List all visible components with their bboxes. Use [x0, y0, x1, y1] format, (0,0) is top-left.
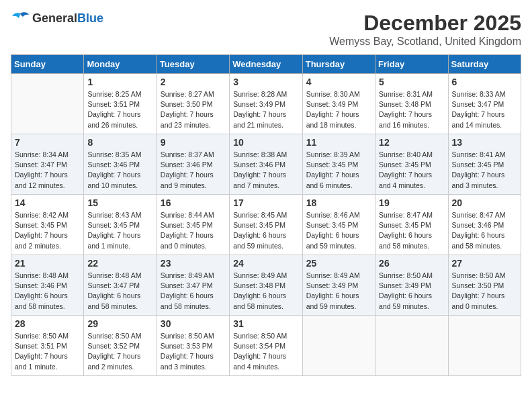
calendar-cell: 2Sunrise: 8:27 AMSunset: 3:50 PMDaylight… — [157, 74, 229, 134]
day-number: 21 — [15, 258, 80, 269]
day-number: 1 — [87, 77, 152, 87]
day-info: Sunrise: 8:47 AMSunset: 3:45 PMDaylight:… — [379, 210, 444, 251]
calendar-cell: 13Sunrise: 8:41 AMSunset: 3:45 PMDayligh… — [448, 134, 521, 195]
day-info: Sunrise: 8:33 AMSunset: 3:47 PMDaylight:… — [452, 89, 517, 130]
day-number: 3 — [233, 77, 298, 87]
calendar-cell: 30Sunrise: 8:50 AMSunset: 3:53 PMDayligh… — [157, 316, 229, 376]
calendar-cell: 29Sunrise: 8:50 AMSunset: 3:52 PMDayligh… — [84, 316, 157, 376]
calendar-cell: 22Sunrise: 8:48 AMSunset: 3:47 PMDayligh… — [84, 255, 157, 316]
day-number: 2 — [161, 77, 226, 87]
day-info: Sunrise: 8:49 AMSunset: 3:48 PMDaylight:… — [233, 271, 298, 312]
day-number: 22 — [87, 258, 152, 269]
day-info: Sunrise: 8:50 AMSunset: 3:50 PMDaylight:… — [452, 271, 517, 312]
title-block: December 2025 Wemyss Bay, Scotland, Unit… — [329, 11, 521, 48]
day-info: Sunrise: 8:42 AMSunset: 3:45 PMDaylight:… — [15, 210, 80, 251]
day-info: Sunrise: 8:27 AMSunset: 3:50 PMDaylight:… — [161, 89, 226, 130]
calendar-week-row: 1Sunrise: 8:25 AMSunset: 3:51 PMDaylight… — [11, 74, 521, 134]
day-number: 23 — [161, 258, 226, 269]
calendar-week-row: 14Sunrise: 8:42 AMSunset: 3:45 PMDayligh… — [11, 195, 521, 255]
day-number: 5 — [379, 77, 444, 87]
header-day: Sunday — [11, 55, 84, 74]
day-info: Sunrise: 8:50 AMSunset: 3:49 PMDaylight:… — [379, 271, 444, 312]
calendar-cell: 24Sunrise: 8:49 AMSunset: 3:48 PMDayligh… — [230, 255, 302, 316]
day-number: 8 — [87, 137, 152, 148]
calendar-cell: 21Sunrise: 8:48 AMSunset: 3:46 PMDayligh… — [11, 255, 84, 316]
calendar-cell: 16Sunrise: 8:44 AMSunset: 3:45 PMDayligh… — [157, 195, 229, 255]
day-number: 11 — [306, 137, 371, 148]
calendar-cell: 1Sunrise: 8:25 AMSunset: 3:51 PMDaylight… — [84, 74, 157, 134]
day-number: 6 — [452, 77, 517, 87]
calendar-cell: 3Sunrise: 8:28 AMSunset: 3:49 PMDaylight… — [230, 74, 302, 134]
day-info: Sunrise: 8:48 AMSunset: 3:47 PMDaylight:… — [87, 271, 152, 312]
calendar-cell: 8Sunrise: 8:35 AMSunset: 3:46 PMDaylight… — [84, 134, 157, 195]
day-info: Sunrise: 8:39 AMSunset: 3:45 PMDaylight:… — [306, 150, 371, 191]
day-info: Sunrise: 8:40 AMSunset: 3:45 PMDaylight:… — [379, 150, 444, 191]
day-info: Sunrise: 8:38 AMSunset: 3:46 PMDaylight:… — [233, 150, 298, 191]
calendar-cell: 6Sunrise: 8:33 AMSunset: 3:47 PMDaylight… — [448, 74, 521, 134]
header-day: Monday — [84, 55, 157, 74]
calendar-cell: 31Sunrise: 8:50 AMSunset: 3:54 PMDayligh… — [230, 316, 302, 376]
day-info: Sunrise: 8:45 AMSunset: 3:45 PMDaylight:… — [233, 210, 298, 251]
calendar-cell: 18Sunrise: 8:46 AMSunset: 3:45 PMDayligh… — [302, 195, 375, 255]
day-number: 10 — [233, 137, 298, 148]
day-number: 24 — [233, 258, 298, 269]
header-row: SundayMondayTuesdayWednesdayThursdayFrid… — [11, 55, 521, 74]
day-number: 18 — [306, 197, 371, 208]
day-info: Sunrise: 8:31 AMSunset: 3:48 PMDaylight:… — [379, 89, 444, 130]
logo: GeneralBlue — [11, 11, 103, 26]
day-number: 12 — [379, 137, 444, 148]
calendar-cell: 4Sunrise: 8:30 AMSunset: 3:49 PMDaylight… — [302, 74, 375, 134]
day-number: 4 — [306, 77, 371, 87]
day-number: 13 — [452, 137, 517, 148]
day-number: 15 — [87, 197, 152, 208]
calendar-cell — [11, 74, 84, 134]
day-info: Sunrise: 8:49 AMSunset: 3:49 PMDaylight:… — [306, 271, 371, 312]
day-info: Sunrise: 8:49 AMSunset: 3:47 PMDaylight:… — [161, 271, 226, 312]
day-info: Sunrise: 8:41 AMSunset: 3:45 PMDaylight:… — [452, 150, 517, 191]
day-number: 28 — [15, 318, 80, 329]
day-info: Sunrise: 8:44 AMSunset: 3:45 PMDaylight:… — [161, 210, 226, 251]
calendar-cell: 7Sunrise: 8:34 AMSunset: 3:47 PMDaylight… — [11, 134, 84, 195]
calendar-cell: 10Sunrise: 8:38 AMSunset: 3:46 PMDayligh… — [230, 134, 302, 195]
calendar-cell: 28Sunrise: 8:50 AMSunset: 3:51 PMDayligh… — [11, 316, 84, 376]
page-header: GeneralBlue December 2025 Wemyss Bay, Sc… — [11, 11, 521, 48]
calendar-cell: 26Sunrise: 8:50 AMSunset: 3:49 PMDayligh… — [375, 255, 448, 316]
calendar-cell: 23Sunrise: 8:49 AMSunset: 3:47 PMDayligh… — [157, 255, 229, 316]
calendar-cell: 15Sunrise: 8:43 AMSunset: 3:45 PMDayligh… — [84, 195, 157, 255]
header-day: Tuesday — [157, 55, 229, 74]
calendar-week-row: 7Sunrise: 8:34 AMSunset: 3:47 PMDaylight… — [11, 134, 521, 195]
day-number: 17 — [233, 197, 298, 208]
day-info: Sunrise: 8:50 AMSunset: 3:53 PMDaylight:… — [161, 331, 226, 372]
day-number: 25 — [306, 258, 371, 269]
calendar-cell — [375, 316, 448, 376]
calendar-week-row: 28Sunrise: 8:50 AMSunset: 3:51 PMDayligh… — [11, 316, 521, 376]
header-day: Saturday — [448, 55, 521, 74]
calendar-table: SundayMondayTuesdayWednesdayThursdayFrid… — [11, 54, 521, 376]
calendar-cell: 12Sunrise: 8:40 AMSunset: 3:45 PMDayligh… — [375, 134, 448, 195]
day-info: Sunrise: 8:47 AMSunset: 3:46 PMDaylight:… — [452, 210, 517, 251]
calendar-cell: 14Sunrise: 8:42 AMSunset: 3:45 PMDayligh… — [11, 195, 84, 255]
header-day: Friday — [375, 55, 448, 74]
day-number: 30 — [161, 318, 226, 329]
calendar-cell: 9Sunrise: 8:37 AMSunset: 3:46 PMDaylight… — [157, 134, 229, 195]
day-info: Sunrise: 8:37 AMSunset: 3:46 PMDaylight:… — [161, 150, 226, 191]
location-title: Wemyss Bay, Scotland, United Kingdom — [329, 36, 521, 48]
logo-text: GeneralBlue — [32, 11, 103, 26]
header-day: Thursday — [302, 55, 375, 74]
day-info: Sunrise: 8:50 AMSunset: 3:51 PMDaylight:… — [15, 331, 80, 372]
calendar-cell: 11Sunrise: 8:39 AMSunset: 3:45 PMDayligh… — [302, 134, 375, 195]
calendar-cell — [302, 316, 375, 376]
calendar-cell — [448, 316, 521, 376]
logo-blue: Blue — [77, 11, 103, 25]
day-number: 14 — [15, 197, 80, 208]
day-number: 9 — [161, 137, 226, 148]
calendar-cell: 19Sunrise: 8:47 AMSunset: 3:45 PMDayligh… — [375, 195, 448, 255]
header-day: Wednesday — [230, 55, 302, 74]
day-number: 19 — [379, 197, 444, 208]
day-info: Sunrise: 8:30 AMSunset: 3:49 PMDaylight:… — [306, 89, 371, 130]
day-info: Sunrise: 8:50 AMSunset: 3:54 PMDaylight:… — [233, 331, 298, 372]
day-number: 29 — [87, 318, 152, 329]
day-info: Sunrise: 8:46 AMSunset: 3:45 PMDaylight:… — [306, 210, 371, 251]
calendar-week-row: 21Sunrise: 8:48 AMSunset: 3:46 PMDayligh… — [11, 255, 521, 316]
day-number: 20 — [452, 197, 517, 208]
